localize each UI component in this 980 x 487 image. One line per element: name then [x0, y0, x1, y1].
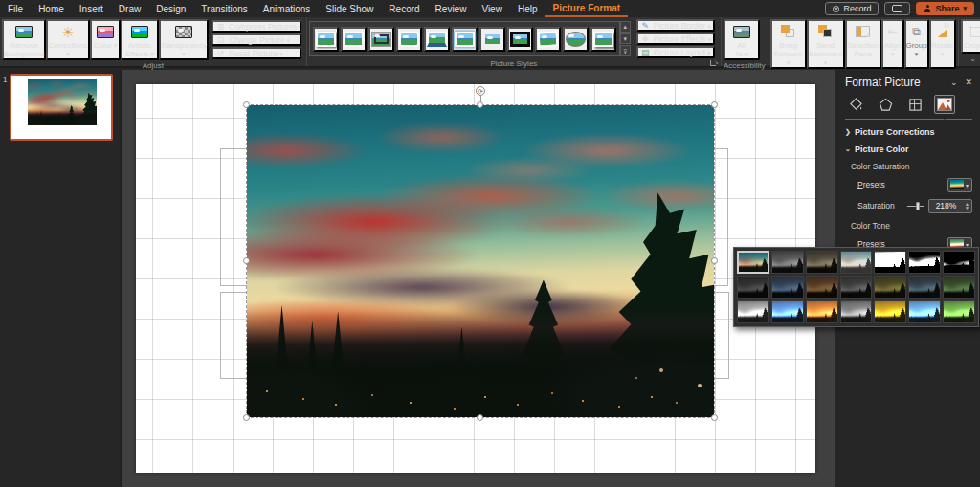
recolor-orange-light[interactable] — [806, 300, 838, 323]
artistic-effects-button[interactable]: Artistic Effects — [121, 19, 159, 60]
resize-handle-middle-right[interactable] — [711, 257, 718, 264]
collapse-ribbon-chevron-icon[interactable]: ⌄ — [969, 55, 976, 63]
style-drop-shadow-rectangle[interactable] — [396, 27, 422, 52]
menu-tab-view[interactable]: View — [474, 0, 510, 17]
recolor-grayscale[interactable] — [771, 251, 804, 274]
menu-tab-transitions[interactable]: Transitions — [193, 0, 256, 17]
menu-tab-help[interactable]: Help — [510, 0, 546, 17]
transparency-button[interactable]: Transparency — [159, 19, 209, 60]
resize-handle-middle-left[interactable] — [243, 257, 250, 264]
saturation-presets-button[interactable]: ▾ — [947, 178, 972, 192]
share-button[interactable]: Share ▾ — [916, 2, 974, 15]
section-picture-color[interactable]: ⌄ Picture Color — [845, 144, 972, 154]
menu-tab-picture-format[interactable]: Picture Format — [545, 0, 628, 17]
reset-picture-button[interactable]: ↺ Reset Picture — [212, 47, 301, 59]
style-simple-frame-black[interactable] — [535, 27, 561, 52]
bring-forward-button[interactable]: BringForward — [770, 19, 807, 69]
resize-handle-bottom-right[interactable] — [711, 414, 718, 421]
gallery-more-button[interactable]: ⊽ — [620, 45, 631, 56]
menu-tab-home[interactable]: Home — [31, 0, 72, 17]
recolor-gray-25-light[interactable] — [840, 300, 873, 323]
saturation-slider[interactable] — [907, 206, 924, 207]
selected-picture[interactable]: ⟳ — [247, 105, 714, 417]
recolor-dark-gray[interactable] — [737, 276, 769, 299]
alt-text-button[interactable]: Alt Text — [724, 19, 760, 60]
tab-fill-line[interactable] — [845, 95, 866, 114]
style-metal-frame[interactable] — [368, 27, 394, 52]
comments-button[interactable] — [884, 2, 910, 15]
recolor-gallery-flyout — [733, 247, 979, 327]
corrections-button[interactable]: ☀ Corrections — [46, 19, 90, 60]
recolor-dark-gold[interactable] — [874, 276, 906, 299]
tab-effects[interactable] — [875, 95, 896, 114]
section-picture-corrections[interactable]: ❯ Picture Corrections — [845, 127, 972, 137]
style-compound-frame-black[interactable] — [590, 27, 616, 52]
menu-tab-design[interactable]: Design — [148, 0, 193, 17]
crop-button[interactable]: Crop — [961, 19, 980, 54]
menu-tab-insert[interactable]: Insert — [72, 0, 111, 17]
slide-number: 1 — [3, 76, 7, 84]
recolor-gray-50-dark[interactable] — [840, 276, 873, 299]
align-button[interactable]: ⇤Align — [881, 19, 904, 69]
recolor-no-recolor[interactable] — [737, 251, 769, 274]
resize-handle-top-right[interactable] — [711, 101, 718, 108]
gallery-down-button[interactable]: ▼ — [620, 33, 631, 45]
menu-tab-review[interactable]: Review — [428, 0, 475, 17]
style-thick-matte-black[interactable] — [507, 27, 533, 52]
panel-chevron-down-icon[interactable]: ⌄ — [950, 77, 958, 87]
style-soft-edge-rectangle[interactable] — [452, 27, 478, 52]
picture-effects-button[interactable]: ❖ Picture Effects — [636, 33, 715, 45]
recolor-blue-light[interactable] — [908, 300, 941, 323]
share-person-icon — [924, 5, 931, 12]
group-icon: ⧉ — [912, 23, 921, 40]
recolor-black-and-white-75[interactable] — [943, 251, 975, 274]
style-beveled-oval-black[interactable] — [563, 27, 589, 52]
recolor-dark-blue[interactable] — [771, 276, 804, 299]
recolor-gold-light[interactable] — [874, 300, 906, 323]
tab-picture[interactable] — [934, 95, 955, 114]
recolor-light-gray[interactable] — [737, 300, 769, 323]
menu-tab-draw[interactable]: Draw — [111, 0, 148, 17]
style-double-frame-black[interactable] — [479, 27, 505, 52]
saturation-value-field[interactable]: 218% ▲▼ — [928, 199, 972, 213]
recolor-green-light[interactable] — [943, 300, 975, 323]
remove-background-button[interactable]: Remove Background — [2, 19, 46, 60]
menu-tab-animations[interactable]: Animations — [256, 0, 318, 17]
style-reflected-rounded[interactable] — [424, 27, 450, 52]
menu-tab-file[interactable]: File — [0, 0, 31, 17]
slide-canvas[interactable]: ⟳ — [136, 84, 815, 473]
selection-pane-button[interactable]: SelectionPane — [845, 19, 881, 69]
resize-handle-bottom-center[interactable] — [477, 414, 483, 421]
style-beveled-matte-white[interactable] — [341, 27, 367, 52]
resize-handle-bottom-left[interactable] — [243, 414, 250, 421]
resize-handle-top-left[interactable] — [243, 101, 250, 108]
panel-close-icon[interactable]: ✕ — [965, 77, 972, 87]
tab-size-properties[interactable] — [904, 95, 925, 114]
rotate-button[interactable]: Rotate — [929, 19, 956, 69]
recolor-sepia[interactable] — [806, 251, 838, 274]
send-backward-button[interactable]: SendBackward — [807, 19, 845, 69]
recolor-dark-blue-gray[interactable] — [908, 276, 941, 299]
style-simple-frame-white[interactable] — [313, 27, 339, 52]
artistic-effects-icon — [131, 26, 148, 38]
recolor-washout[interactable] — [840, 251, 873, 274]
saturation-spinner[interactable]: ▲▼ — [963, 202, 971, 210]
recolor-dark-green[interactable] — [943, 276, 975, 299]
recolor-black-and-white-25[interactable] — [874, 251, 906, 274]
picture-styles-dialog-launcher[interactable] — [709, 59, 718, 68]
resize-handle-top-center[interactable] — [477, 101, 483, 108]
record-button[interactable]: Record — [825, 2, 879, 15]
compress-pictures-button[interactable]: ⊞ Compress Pictures — [212, 20, 301, 33]
menu-tab-slide-show[interactable]: Slide Show — [318, 0, 381, 17]
menu-tab-record[interactable]: Record — [381, 0, 427, 17]
recolor-dark-orange[interactable] — [806, 276, 838, 299]
recolor-blue-light-2[interactable] — [771, 300, 804, 323]
recolor-black-and-white-50[interactable] — [908, 251, 941, 274]
slide-thumbnail-1[interactable] — [10, 74, 113, 141]
color-button[interactable]: Color — [90, 19, 121, 60]
change-picture-button[interactable]: ⊡ Change Picture — [212, 33, 301, 46]
rotate-handle[interactable]: ⟳ — [476, 86, 485, 96]
gallery-up-button[interactable]: ▲ — [620, 21, 631, 33]
picture-layout-button[interactable]: ▤ Picture Layout — [636, 46, 715, 58]
picture-border-button[interactable]: ✎ Picture Border — [636, 19, 715, 32]
